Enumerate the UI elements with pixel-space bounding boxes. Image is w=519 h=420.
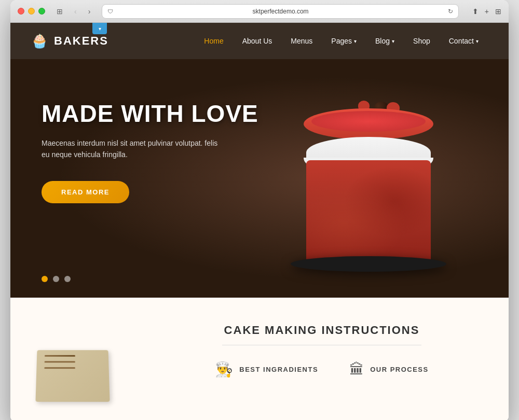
hero-title: MADE WITH LOVE xyxy=(42,101,258,127)
security-icon: 🛡 xyxy=(107,8,113,15)
nav-shop[interactable]: Shop xyxy=(404,23,440,59)
pages-chevron-icon: ▾ xyxy=(354,38,357,44)
bottom-image-area xyxy=(31,324,135,401)
blog-chevron-icon: ▾ xyxy=(392,38,394,44)
cake-illustration xyxy=(270,75,467,292)
cake-visual xyxy=(270,75,467,292)
nav-pages[interactable]: Pages ▾ xyxy=(322,23,366,59)
hero-content: MADE WITH LOVE Maecenas interdum nisl si… xyxy=(42,101,258,203)
nav-contact[interactable]: Contact ▾ xyxy=(440,23,488,59)
cake-top-layer xyxy=(304,108,433,139)
url-text: sktperfectdemo.com xyxy=(117,8,443,15)
nav-links: Home About Us Menus Pages ▾ Blog ▾ Shop xyxy=(195,23,488,59)
address-bar[interactable]: 🛡 sktperfectdemo.com ↻ xyxy=(102,4,458,19)
main-nav: ▾ 🧁 BAKERS Home About Us Menus Pages ▾ xyxy=(10,23,509,59)
logo-icon: 🧁 xyxy=(31,33,49,49)
browser-controls: ⊞ ‹ › xyxy=(54,6,92,17)
browser-window: ⊞ ‹ › 🛡 sktperfectdemo.com ↻ ⬆ + ⊞ ▾ 🧁 B… xyxy=(10,0,509,420)
hero-subtitle: Maecenas interdum nisl sit amet pulvinar… xyxy=(42,137,223,161)
browser-titlebar: ⊞ ‹ › 🛡 sktperfectdemo.com ↻ ⬆ + ⊞ xyxy=(10,0,509,23)
ingredients-label: BEST INGRADIENTS xyxy=(239,366,318,373)
feature-ingredients: 👨‍🍳 BEST INGRADIENTS xyxy=(215,361,318,378)
tabs-button[interactable]: ⊞ xyxy=(495,7,501,16)
sidebar-toggle-button[interactable]: ⊞ xyxy=(54,6,65,17)
features-row: 👨‍🍳 BEST INGRADIENTS 🏛 OUR PROCESS xyxy=(156,361,488,378)
bottom-section: CAKE MAKING INSTRUCTIONS 👨‍🍳 BEST INGRAD… xyxy=(10,298,509,420)
maximize-button[interactable] xyxy=(38,8,45,15)
bottom-content: CAKE MAKING INSTRUCTIONS 👨‍🍳 BEST INGRAD… xyxy=(156,324,488,378)
nav-home[interactable]: Home xyxy=(195,23,233,59)
cake-plate xyxy=(291,256,446,272)
contact-chevron-icon: ▾ xyxy=(476,38,479,44)
new-tab-button[interactable]: + xyxy=(485,7,489,16)
hero-slider-dots xyxy=(42,276,71,282)
read-more-button[interactable]: READ MORE xyxy=(42,181,129,203)
nav-blog[interactable]: Blog ▾ xyxy=(366,23,404,59)
nav-dropdown-indicator[interactable]: ▾ xyxy=(92,23,107,34)
slider-dot-1[interactable] xyxy=(42,276,48,282)
nav-about-us[interactable]: About Us xyxy=(233,23,282,59)
dropdown-chevron-icon: ▾ xyxy=(99,26,101,32)
slider-dot-3[interactable] xyxy=(64,276,71,282)
site-logo[interactable]: 🧁 BAKERS xyxy=(31,33,108,49)
minimize-button[interactable] xyxy=(28,8,35,15)
process-label: OUR PROCESS xyxy=(370,366,429,373)
cake-body xyxy=(306,160,431,264)
hero-section: MADE WITH LOVE Maecenas interdum nisl si… xyxy=(10,59,509,298)
close-button[interactable] xyxy=(18,8,24,15)
ingredients-icon: 👨‍🍳 xyxy=(215,361,233,378)
section-title: CAKE MAKING INSTRUCTIONS xyxy=(156,324,488,337)
section-divider xyxy=(222,345,421,345)
chocolate-piece xyxy=(35,350,110,402)
browser-action-buttons: ⬆ + ⊞ xyxy=(472,7,501,16)
website-content: ▾ 🧁 BAKERS Home About Us Menus Pages ▾ xyxy=(10,23,509,420)
back-button[interactable]: ‹ xyxy=(72,6,79,17)
chocolate-cake-image xyxy=(31,334,125,401)
slider-dot-2[interactable] xyxy=(53,276,59,282)
cake-frosting xyxy=(306,137,431,163)
nav-menus[interactable]: Menus xyxy=(281,23,322,59)
process-icon: 🏛 xyxy=(349,361,364,378)
traffic-lights xyxy=(18,8,45,15)
forward-button[interactable]: › xyxy=(86,6,93,17)
reload-icon: ↻ xyxy=(448,8,453,15)
logo-text: BAKERS xyxy=(54,34,108,48)
share-button[interactable]: ⬆ xyxy=(472,7,479,16)
feature-process: 🏛 OUR PROCESS xyxy=(349,361,429,378)
